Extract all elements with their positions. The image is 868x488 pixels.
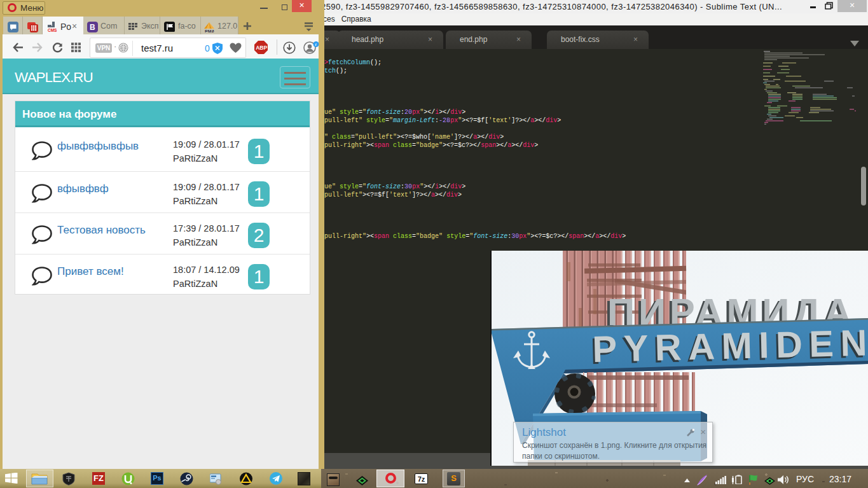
svg-text:i: i	[315, 42, 317, 47]
svg-text:PMA: PMA	[205, 29, 214, 33]
svg-text:B: B	[90, 23, 95, 32]
svg-text:PYRAMIDEN: PYRAMIDEN	[592, 321, 867, 370]
svg-text:ABP: ABP	[256, 45, 267, 51]
svg-text:CMS: CMS	[48, 28, 57, 32]
